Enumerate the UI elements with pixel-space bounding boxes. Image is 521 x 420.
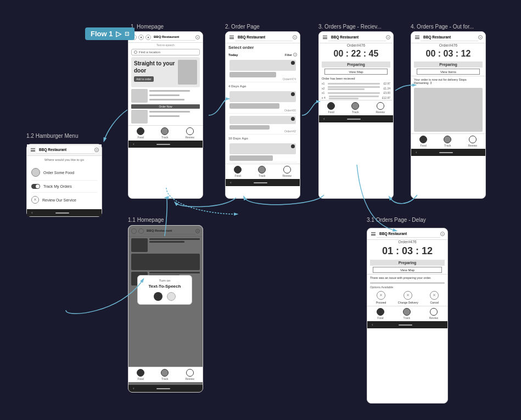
nav3-track[interactable]: Track: [351, 102, 359, 114]
orders4-nav: Food Track Review: [411, 133, 485, 149]
search-bar[interactable]: Find a location: [131, 49, 200, 55]
back2-icon[interactable]: ‹: [230, 180, 232, 185]
review4-icon: [469, 136, 477, 143]
flow-label[interactable]: Flow 1 ▷ ⊡: [85, 27, 135, 40]
screen4-label: 4. Orders Page - Out for...: [411, 24, 474, 30]
nav31-track[interactable]: Track: [403, 308, 411, 320]
home-indicator: [55, 212, 69, 214]
delay-nav: Food Track Review: [367, 306, 447, 321]
toggle-off[interactable]: [167, 292, 176, 301]
orders-out-frame: BBQ Restaurant ✕ Order#476 00 : 03 : 12 …: [411, 31, 486, 199]
order00-id: Order#00: [229, 109, 296, 112]
delay-viewmap[interactable]: View Map: [373, 267, 442, 273]
nav2-track[interactable]: Track: [258, 166, 266, 177]
nav3-review[interactable]: Review: [376, 102, 384, 114]
back3-icon[interactable]: ‹: [323, 116, 325, 121]
cancel-icon: ✕: [430, 291, 439, 300]
order-card-4days: Order#00: [228, 90, 297, 114]
screen3-label: 3. Orders Page - Reciev...: [318, 24, 382, 30]
menu-item-review[interactable]: ✕ Review Our Service: [31, 193, 97, 207]
homepage-bottom-bar: ‹: [128, 141, 203, 148]
hamburger-menu-frame: BBQ Restaurant ✕ Where would you like to…: [26, 144, 102, 217]
screen11-label: 1.1 Homepage: [128, 217, 164, 223]
orders4-close[interactable]: ✕: [478, 35, 483, 40]
delay-bar: [370, 282, 445, 284]
food-menu-icon: [31, 168, 40, 177]
option-change-delivery[interactable]: ✕ Change Delivery: [398, 291, 418, 304]
screen2-label: 2. Order Page: [225, 24, 260, 30]
food3-icon: [327, 102, 335, 110]
nav-food[interactable]: Food: [137, 127, 144, 139]
nav31-review[interactable]: Review: [429, 308, 438, 320]
orders-receiving-frame: BBQ Restaurant ✕ Order#476 00 : 22 : 45 …: [318, 31, 394, 199]
order-button[interactable]: Order Now: [131, 104, 200, 109]
nav2-review[interactable]: Review: [282, 166, 291, 177]
nav-track[interactable]: Track: [161, 127, 169, 139]
food-label: Food: [137, 136, 143, 139]
back-icon[interactable]: ‹: [133, 142, 135, 147]
back-icon[interactable]: ‹: [31, 210, 33, 215]
delay-close[interactable]: ✕: [440, 232, 445, 236]
homepage-nav: Food Track Review: [128, 125, 203, 141]
nav2-food[interactable]: Food: [234, 166, 242, 177]
nav4-track[interactable]: Track: [444, 136, 451, 147]
orders4-header: BBQ Restaurant ✕: [411, 32, 485, 43]
content-blocks: Order Now: [131, 89, 200, 124]
nav11-review[interactable]: Review: [185, 369, 194, 380]
delay-bottom: ‹: [367, 321, 447, 328]
orders3-close[interactable]: ✕: [386, 35, 390, 40]
cta-button[interactable]: Add to order: [134, 76, 154, 82]
nav4-food[interactable]: Food: [419, 136, 427, 147]
back4-icon[interactable]: ‹: [416, 150, 417, 155]
filter-btn[interactable]: Filter ✕: [285, 53, 297, 57]
review-menu-label: Review Our Service: [42, 198, 97, 202]
back11-icon[interactable]: ‹: [133, 386, 135, 391]
order-dot3: [291, 117, 295, 121]
nav11-food[interactable]: Food: [137, 369, 144, 380]
screen-hamburger-label: 1.2 Hamburger Menu: [26, 133, 79, 139]
flow-icon: ▷: [116, 30, 121, 38]
hamburger-close[interactable]: ✕: [94, 148, 99, 152]
menu-item-food[interactable]: Order Some Food: [31, 165, 97, 181]
search-icon: [134, 51, 137, 54]
filter-x[interactable]: ✕: [293, 53, 297, 57]
order-close[interactable]: ✕: [293, 35, 297, 40]
orders4-ordernum: Order#476: [411, 43, 485, 47]
orders-delay-frame: BBQ Restaurant ✕ Order#476 01 : 03 : 12 …: [367, 228, 448, 404]
home-indicator: [156, 144, 170, 145]
tts-popup: Turn on Text-To-Speech: [137, 275, 192, 305]
review-label: Review: [185, 136, 194, 139]
orders4-title: BBQ Restaurant: [421, 33, 478, 41]
menu-item-track[interactable]: Track My Orders: [31, 181, 97, 193]
item-row-4: x 4 £12.97: [319, 95, 393, 100]
homepage-title: BBQ Restaurant: [151, 33, 195, 41]
homepage-header: ✕ ✕ BBQ Restaurant ✕: [128, 32, 203, 43]
homepage11-frame: BBQ Restaurant ✕ Turn on Text-To-Speech: [128, 225, 203, 393]
orders4-viewitems[interactable]: View Items: [417, 69, 480, 75]
hamburger-icon[interactable]: [30, 147, 36, 153]
orders4-timer: 00 : 03 : 12: [411, 47, 485, 60]
homepage-close[interactable]: ✕: [195, 35, 200, 40]
toggle-on[interactable]: [154, 292, 163, 301]
nav11-track[interactable]: Track: [161, 369, 169, 380]
delay-hamburger[interactable]: [370, 231, 377, 237]
order-nav: Food Track Review: [226, 164, 300, 179]
filter-area: Today Filter ✕: [226, 52, 300, 58]
nav3-food[interactable]: Food: [327, 102, 335, 114]
orders3-hamburger[interactable]: [322, 35, 328, 40]
homepage-frame: ✕ ✕ BBQ Restaurant ✕ Text-to-speech Find…: [128, 31, 203, 199]
nav31-food[interactable]: Food: [377, 308, 384, 320]
orders4-hamburger[interactable]: [414, 35, 421, 40]
order-card-today: Order#474: [228, 59, 297, 82]
option-proceed[interactable]: ✕ Proceed: [376, 291, 386, 304]
back31-icon[interactable]: ‹: [372, 322, 373, 327]
option-cancel[interactable]: ✕ Cancel: [430, 291, 439, 304]
nav4-review[interactable]: Review: [468, 136, 477, 147]
nav-review[interactable]: Review: [185, 127, 194, 139]
orders3-timer: 00 : 22 : 45: [319, 47, 393, 60]
track11-icon: [161, 369, 169, 377]
orders3-viewmap[interactable]: View Map: [324, 69, 388, 75]
hamburger-title: BBQ Restaurant: [36, 146, 94, 154]
track-toggle: [31, 184, 40, 189]
order-hamburger[interactable]: [228, 35, 235, 40]
